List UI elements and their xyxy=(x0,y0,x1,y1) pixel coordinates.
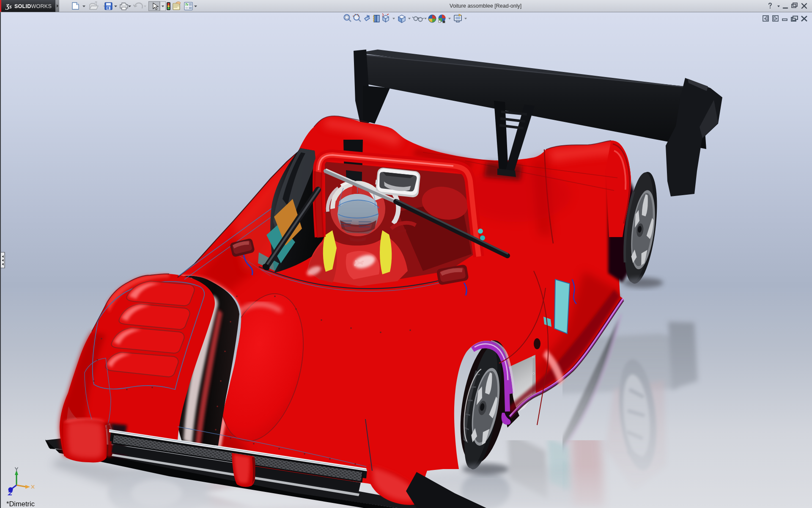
svg-text:*Dimetric: *Dimetric xyxy=(6,500,35,508)
